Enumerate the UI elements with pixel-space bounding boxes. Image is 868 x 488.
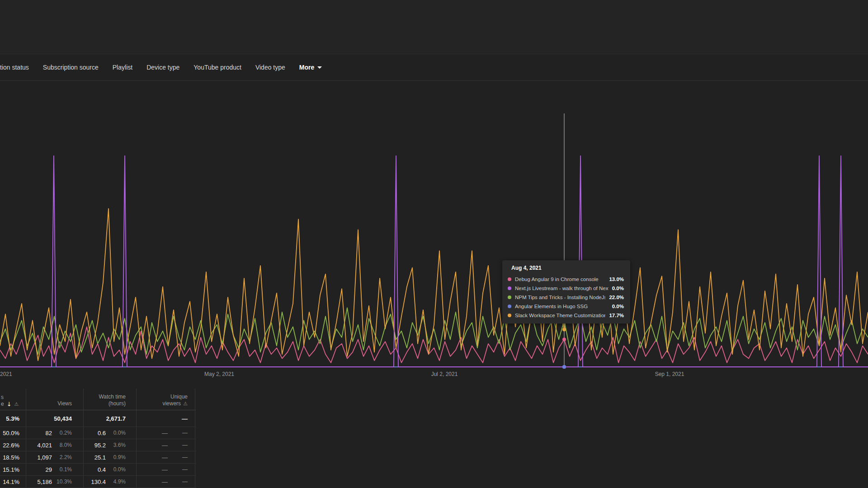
x-tick-may: May 2, 2021 bbox=[204, 371, 234, 377]
summary-unique-viewers: — bbox=[182, 415, 188, 422]
series-dot-blue-icon bbox=[508, 305, 511, 308]
unique-viewers-pct: — bbox=[168, 466, 188, 473]
views-value: 5,186 bbox=[37, 479, 52, 485]
views-header-label: Views bbox=[57, 400, 72, 407]
header-area bbox=[0, 0, 868, 54]
hover-dot-1 bbox=[562, 338, 566, 341]
sort-desc-icon: ↓ bbox=[7, 401, 12, 408]
tooltip-row-debug-angular: Debug Angular 9 in Chrome console 13.0% bbox=[508, 275, 624, 284]
filter-item-subscription-status[interactable]: tion status bbox=[0, 64, 29, 71]
chevron-down-icon bbox=[317, 66, 322, 69]
views-pct: 10.3% bbox=[52, 479, 72, 485]
table-row[interactable]: 15.1% 290.1% 0.40.0% —— bbox=[0, 464, 196, 476]
filter-bar: tion status Subscription source Playlist… bbox=[0, 54, 868, 81]
x-tick-mar: 2021 bbox=[0, 371, 12, 377]
table-row[interactable]: 18.5% 1,0972.2% 25.10.9% —— bbox=[0, 451, 196, 464]
warning-icon[interactable]: ⚠ bbox=[183, 400, 188, 407]
table-row[interactable]: 14.1% 5,18610.3% 130.44.9% —— bbox=[0, 476, 196, 488]
views-value: 82 bbox=[46, 430, 52, 436]
tooltip-series-value: 13.0% bbox=[609, 277, 624, 282]
unique-viewers-value: — bbox=[162, 466, 168, 473]
metrics-table: s e ↓ ⚠ Views Watch time (hours) Unique … bbox=[0, 389, 196, 488]
views-pct: 0.2% bbox=[52, 430, 72, 436]
watch-time-value: 25.1 bbox=[94, 454, 106, 461]
tooltip-series-label: Slack Workspace Theme Customization bbox=[515, 313, 605, 318]
analytics-line-chart[interactable] bbox=[0, 108, 868, 371]
unique-viewers-pct: — bbox=[168, 454, 188, 460]
watch-time-value: 130.4 bbox=[91, 479, 106, 485]
views-value: 1,097 bbox=[37, 454, 52, 461]
tooltip-series-value: 0.0% bbox=[612, 304, 624, 309]
summary-ctr: 5.3% bbox=[6, 415, 19, 422]
summary-row: 5.3% 50,434 2,671.7 — bbox=[0, 410, 196, 427]
watch-time-pct: 4.9% bbox=[106, 479, 126, 485]
unique-viewers-pct: — bbox=[168, 479, 188, 485]
tooltip-date: Aug 4, 2021 bbox=[511, 265, 624, 271]
series-line-2 bbox=[0, 156, 868, 367]
watch-time-value: 95.2 bbox=[94, 442, 106, 449]
unique-viewers-value: — bbox=[162, 454, 168, 461]
column-header-ctr[interactable]: s e ↓ ⚠ bbox=[0, 389, 26, 410]
unique-viewers-pct: — bbox=[168, 442, 188, 448]
summary-views: 50,434 bbox=[54, 415, 72, 422]
column-header-unique-viewers[interactable]: Unique viewers ⚠ bbox=[137, 389, 195, 410]
views-pct: 0.1% bbox=[52, 466, 72, 473]
watch-time-value: 0.6 bbox=[98, 430, 106, 436]
watch-time-pct: 0.0% bbox=[106, 430, 126, 436]
series-line-5 bbox=[0, 209, 868, 361]
watch-time-value: 0.4 bbox=[98, 466, 106, 473]
tooltip-series-label: NPM Tips and Tricks - Installing NodeJs … bbox=[515, 295, 605, 300]
watch-time-pct: 3.6% bbox=[106, 442, 126, 448]
x-axis: 2021 May 2, 2021 Jul 2, 2021 Sep 1, 2021 bbox=[0, 371, 868, 379]
views-value: 29 bbox=[46, 466, 52, 473]
ctr-value: 50.0% bbox=[3, 430, 19, 436]
filter-item-subscription-source[interactable]: Subscription source bbox=[43, 64, 99, 71]
watch-time-pct: 0.9% bbox=[106, 454, 126, 460]
tooltip-row-angular-elements: Angular Elements in Hugo SSG 0.0% bbox=[508, 302, 624, 311]
column-header-views[interactable]: Views bbox=[26, 389, 84, 410]
table-header-row: s e ↓ ⚠ Views Watch time (hours) Unique … bbox=[0, 389, 196, 410]
filter-item-playlist[interactable]: Playlist bbox=[113, 64, 132, 71]
hover-dot-4 bbox=[562, 365, 566, 369]
views-pct: 2.2% bbox=[52, 454, 72, 460]
tooltip-row-npm-tips: NPM Tips and Tricks - Installing NodeJs … bbox=[508, 293, 624, 302]
more-filters-button[interactable]: More bbox=[299, 64, 322, 71]
unique-viewers-header-line2: viewers bbox=[162, 400, 181, 407]
table-row[interactable]: 22.6% 4,0218.0% 95.23.6% —— bbox=[0, 439, 196, 451]
hover-dot-5 bbox=[562, 328, 566, 331]
series-dot-orange-icon bbox=[508, 314, 511, 317]
tooltip-series-label: Angular Elements in Hugo SSG bbox=[515, 304, 609, 309]
x-tick-jul: Jul 2, 2021 bbox=[431, 371, 458, 377]
analytics-page: tion status Subscription source Playlist… bbox=[0, 0, 868, 488]
filter-item-device-type[interactable]: Device type bbox=[146, 64, 179, 71]
unique-viewers-value: — bbox=[162, 430, 168, 436]
more-filters-label: More bbox=[299, 64, 314, 71]
filter-item-youtube-product[interactable]: YouTube product bbox=[193, 64, 241, 71]
warning-icon[interactable]: ⚠ bbox=[14, 401, 19, 408]
ctr-value: 22.6% bbox=[3, 442, 19, 449]
column-header-watch-time[interactable]: Watch time (hours) bbox=[84, 389, 137, 410]
x-tick-sep: Sep 1, 2021 bbox=[655, 371, 684, 377]
ctr-header-line1: s bbox=[1, 394, 4, 401]
watch-time-pct: 0.0% bbox=[106, 466, 126, 473]
chart-tooltip: Aug 4, 2021 Debug Angular 9 in Chrome co… bbox=[502, 260, 630, 324]
tooltip-series-value: 22.0% bbox=[609, 295, 624, 300]
watch-time-header-line2: (hours) bbox=[108, 400, 126, 407]
summary-watch-time: 2,671.7 bbox=[106, 415, 126, 422]
tooltip-series-value: 0.0% bbox=[612, 286, 624, 291]
series-dot-green-icon bbox=[508, 296, 511, 299]
ctr-header-line2: e bbox=[1, 401, 4, 408]
views-value: 4,021 bbox=[37, 442, 52, 449]
tooltip-row-nextjs-livestream: Next.js Livestream - walk through of Nex… bbox=[508, 284, 624, 293]
views-pct: 8.0% bbox=[52, 442, 72, 448]
unique-viewers-pct: — bbox=[168, 430, 188, 436]
table-row[interactable]: 50.0% 820.2% 0.60.0% —— bbox=[0, 427, 196, 439]
ctr-value: 14.1% bbox=[3, 479, 19, 485]
unique-viewers-value: — bbox=[162, 442, 168, 449]
unique-viewers-value: — bbox=[162, 479, 168, 485]
series-dot-purple-icon bbox=[508, 286, 511, 290]
tooltip-series-label: Debug Angular 9 in Chrome console bbox=[515, 277, 605, 282]
filter-item-video-type[interactable]: Video type bbox=[255, 64, 285, 71]
tooltip-row-slack-workspace: Slack Workspace Theme Customization 17.7… bbox=[508, 311, 624, 320]
ctr-value: 18.5% bbox=[3, 454, 19, 461]
